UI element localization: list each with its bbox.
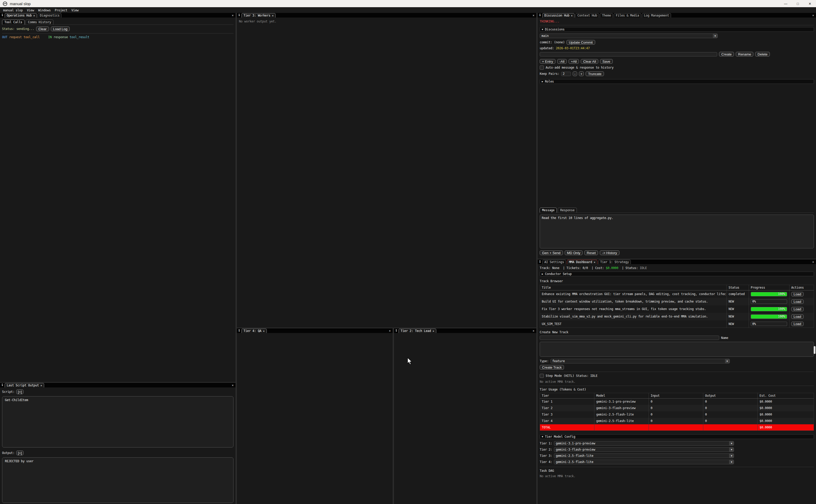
minus-all-button[interactable]: -All (557, 59, 567, 64)
collapse-button[interactable]: ▼ (394, 328, 399, 333)
track-name-input[interactable] (540, 336, 719, 340)
tier1-label: Tier 1: (540, 442, 552, 445)
tier4-model-combo[interactable]: gemini-2.5-flash-lite ▼ (554, 460, 734, 464)
collapse-button[interactable]: ▼ (0, 13, 5, 18)
truncate-button[interactable]: Truncate (586, 71, 604, 76)
keep-pairs-decrement-button[interactable]: - (573, 71, 577, 76)
panel-close-icon[interactable]: ✕ (810, 259, 816, 264)
tab-diagnostics[interactable]: Diagnostics (38, 13, 61, 18)
tier2-model-combo[interactable]: gemini-3-flash-preview ▼ (554, 447, 734, 452)
panel-close-icon[interactable]: ✕ (810, 13, 816, 18)
gen-send-button[interactable]: Gen + Send (540, 250, 563, 255)
roles-header[interactable]: ▶ Roles (540, 79, 814, 84)
rename-button[interactable]: Rename (736, 52, 753, 56)
output-expand-button[interactable]: [+] (16, 451, 23, 455)
panel-close-icon[interactable]: ✕ (230, 383, 236, 387)
tab-close-icon[interactable]: ✕ (571, 14, 572, 17)
auto-add-checkbox[interactable] (540, 66, 544, 70)
close-button[interactable]: ✕ (804, 0, 816, 7)
discussion-select-combo[interactable]: main ▼ (540, 34, 718, 38)
discussion-name-input[interactable] (540, 52, 717, 56)
tab-files-media[interactable]: Files & Media (614, 13, 641, 18)
collapse-button[interactable]: ▼ (538, 13, 542, 18)
menu-project[interactable]: Project (53, 9, 69, 12)
tab-ai-settings[interactable]: AI Settings (542, 260, 566, 264)
clear-button[interactable]: Clear (36, 27, 49, 31)
load-track-button[interactable]: Load (791, 322, 804, 326)
load-track-button[interactable]: Load (791, 307, 804, 311)
scrollbar-thumb[interactable] (814, 346, 815, 354)
track-type-combo[interactable]: feature ▼ (551, 359, 730, 363)
tab-tier1-strategy[interactable]: Tier 1: Strategy (598, 260, 631, 264)
message-textarea[interactable]: Read the first 10 lines of aggregate.py. (540, 215, 814, 248)
update-commit-button[interactable]: Update Commit (567, 40, 595, 45)
tab-close-icon[interactable]: ✕ (33, 14, 35, 17)
track-info: Track: None | Tickets: 0/0 | Cost: (540, 266, 606, 270)
load-log-button[interactable]: Load Log (51, 27, 70, 31)
script-expand-button[interactable]: [+] (16, 389, 23, 394)
add-entry-button[interactable]: + Entry (540, 59, 555, 64)
tab-close-icon[interactable]: ✕ (263, 329, 264, 333)
tab-response[interactable]: Response (558, 208, 577, 213)
tab-operations-hub[interactable]: Operations Hub ✕ (5, 13, 37, 18)
tab-tier2-tech-lead[interactable]: Tier 2: Tech Lead ✕ (399, 329, 436, 333)
tab-log-management[interactable]: Log Management (642, 13, 671, 18)
tab-mma-dashboard[interactable]: MMA Dashboard ✕ (567, 260, 597, 264)
to-history-button[interactable]: -> History (600, 250, 619, 255)
tab-discussion-hub[interactable]: Discussion Hub ✕ (542, 13, 575, 18)
keep-pairs-input[interactable]: 2 (561, 72, 571, 76)
save-button[interactable]: Save (600, 59, 612, 64)
tab-message[interactable]: Message (540, 208, 557, 213)
md-only-button[interactable]: MD Only (565, 250, 583, 255)
collapse-button[interactable]: ▼ (538, 259, 542, 264)
combo-value: feature (552, 359, 565, 363)
minimize-button[interactable]: — (780, 0, 792, 7)
script-content-box[interactable]: Get-ChildItem (2, 396, 233, 448)
panel-close-icon[interactable]: ✕ (230, 13, 236, 18)
tab-tool-calls[interactable]: Tool Calls (2, 20, 25, 25)
collapse-button[interactable]: ▼ (237, 13, 241, 18)
menu-windows[interactable]: Windows (36, 9, 53, 12)
tab-tier3-workers[interactable]: Tier 3: Workers ✕ (241, 13, 276, 18)
tab-close-icon[interactable]: ✕ (433, 329, 434, 333)
menu-view-2[interactable]: View (69, 9, 81, 12)
keep-pairs-increment-button[interactable]: + (579, 71, 584, 76)
tab-tier4-qa[interactable]: Tier 4: QA ✕ (241, 329, 267, 333)
load-track-button[interactable]: Load (791, 314, 804, 319)
track-title: UX_SIM_TEST (540, 320, 727, 328)
clear-all-button[interactable]: Clear All (581, 59, 598, 64)
panel-close-icon[interactable]: ✕ (531, 13, 536, 18)
tab-context-hub[interactable]: Context Hub (575, 13, 599, 18)
tier3-model-combo[interactable]: gemini-2.5-flash-lite ▼ (554, 453, 734, 458)
menu-view-1[interactable]: View (25, 9, 36, 12)
create-button[interactable]: Create (719, 52, 734, 56)
collapse-button[interactable]: ▼ (237, 328, 241, 333)
tab-theme[interactable]: Theme (600, 13, 613, 18)
track-status: NEW (727, 313, 749, 320)
collapse-button[interactable]: ▼ (0, 383, 5, 387)
tab-close-icon[interactable]: ✕ (272, 14, 273, 17)
tab-comms-history[interactable]: Comms History (26, 20, 53, 25)
empty-space (540, 84, 814, 208)
tab-close-icon[interactable]: ✕ (594, 261, 595, 264)
tab-close-icon[interactable]: ✕ (41, 384, 42, 387)
create-track-button[interactable]: Create Track (540, 365, 564, 370)
discussions-header[interactable]: ▼ Discussions (540, 27, 814, 32)
progress-bar: 0% (751, 299, 787, 304)
delete-button[interactable]: Delete (755, 52, 770, 56)
maximize-button[interactable]: □ (792, 0, 804, 7)
menu-manual-slop[interactable]: manual slop (1, 9, 25, 12)
output-content-box[interactable]: REJECTED by user (2, 457, 233, 503)
panel-close-icon[interactable]: ✕ (387, 328, 393, 333)
step-mode-checkbox[interactable] (540, 374, 544, 378)
panel-close-icon[interactable]: ✕ (531, 328, 536, 333)
reset-button[interactable]: Reset (584, 250, 598, 255)
conductor-setup-header[interactable]: ▶ Conductor Setup (540, 272, 814, 276)
plus-all-button[interactable]: +All (569, 59, 579, 64)
load-track-button[interactable]: Load (791, 299, 804, 304)
tier1-model-combo[interactable]: gemini-3.1-pro-preview ▼ (554, 441, 734, 446)
tier-model-config-header[interactable]: ▼ Tier Model Config (540, 434, 814, 439)
load-track-button[interactable]: Load (791, 292, 804, 296)
track-description-textarea[interactable] (540, 342, 814, 357)
tab-last-script-output[interactable]: Last Script Output ✕ (5, 383, 44, 387)
